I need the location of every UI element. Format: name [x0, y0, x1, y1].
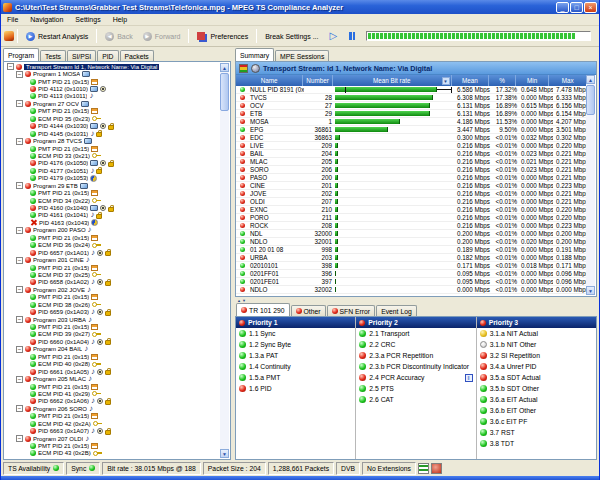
- collapse-icon[interactable]: −: [16, 286, 23, 293]
- tree-pid-item[interactable]: ECM PID 37 (0x25): [5, 271, 220, 278]
- tree-pid-item[interactable]: PID 4176 (0x1050): [5, 160, 220, 167]
- test-item-3-5-a-sdt-actual[interactable]: 3.5.a SDT Actual: [477, 372, 596, 383]
- test-item-1-2-sync-byte[interactable]: 1.2 Sync Byte: [236, 339, 355, 350]
- tab-other[interactable]: Other: [291, 305, 326, 316]
- scroll-up-icon[interactable]: ▲: [586, 75, 595, 84]
- menu-settings[interactable]: Settings: [69, 14, 106, 26]
- tree-program-item[interactable]: −Program 206 SORO♪: [5, 405, 220, 412]
- tree-pid-item[interactable]: PID 4179 (0x1053): [5, 175, 220, 182]
- pcr-accuracy-note-icon[interactable]: ‖: [465, 374, 473, 382]
- tree-pid-item[interactable]: PMT PID 21 (0x15): [5, 294, 220, 301]
- test-item-2-5-pts[interactable]: 2.5 PTS: [356, 383, 475, 394]
- tree-program-item[interactable]: −Program 204 BAIL♪: [5, 346, 220, 353]
- test-item-3-1-b-nit-other[interactable]: 3.1.b NIT Other: [477, 339, 596, 350]
- collapse-icon[interactable]: −: [16, 376, 23, 383]
- tree-pid-item[interactable]: ECM PID 33 (0x21): [5, 152, 220, 159]
- column-header-min[interactable]: Min: [516, 75, 550, 86]
- green-grid-icon[interactable]: [418, 463, 429, 474]
- column-header-mean[interactable]: Mean: [452, 75, 490, 86]
- test-item-1-6-pid[interactable]: 1.6 PID: [236, 383, 355, 394]
- tree-program-item[interactable]: −Program 200 PASO♪: [5, 227, 220, 234]
- tree-pid-item[interactable]: ECM PID 36 (0x24): [5, 242, 220, 249]
- column-header-mean-bit-rate[interactable]: Mean Bit rate▼: [333, 75, 452, 86]
- tree-pid-item[interactable]: PMT PID 21 (0x15): [5, 413, 220, 420]
- splitter-up-icon[interactable]: ▲: [237, 298, 241, 303]
- collapse-icon[interactable]: −: [16, 405, 23, 412]
- tree-pid-item[interactable]: ECM PID 40 (0x28): [5, 361, 220, 368]
- test-item-1-1-sync[interactable]: 1.1 Sync: [236, 328, 355, 339]
- test-item-3-2-si-repetition[interactable]: 3.2 SI Repetition: [477, 350, 596, 361]
- tree-pid-item[interactable]: PID 4160 (0x1040): [5, 204, 220, 211]
- tree-pid-item[interactable]: PID 6658 (0x1A02)♪: [5, 279, 220, 286]
- test-item-2-1-transport[interactable]: 2.1 Transport: [356, 328, 475, 339]
- test-item-1-3-a-pat[interactable]: 1.3.a PAT: [236, 350, 355, 361]
- tree-pid-item[interactable]: PID 6662 (0x1A06)♪: [5, 398, 220, 405]
- tab-program[interactable]: Program: [3, 48, 39, 61]
- tree-pid-item[interactable]: ECM PID 35 (0x23): [5, 115, 220, 122]
- tab-event-log[interactable]: Event Log: [376, 305, 417, 316]
- test-item-2-3-a-pcr-repetition[interactable]: 2.3.a PCR Repetition: [356, 350, 475, 361]
- collapse-icon[interactable]: −: [16, 182, 23, 189]
- tree-pid-item[interactable]: PMT PID 21 (0x15): [5, 264, 220, 271]
- tree-pid-item[interactable]: ECM PID 39 (0x27): [5, 331, 220, 338]
- tree-pid-item[interactable]: PID 4163 (0x1043): [5, 219, 220, 226]
- column-header-name[interactable]: Name: [236, 75, 303, 86]
- collapse-icon[interactable]: −: [7, 63, 14, 70]
- tree-program-item[interactable]: −Program 203 URBA♪: [5, 316, 220, 323]
- menu-navigation[interactable]: Navigation: [24, 14, 69, 26]
- column-header-max[interactable]: Max: [549, 75, 587, 86]
- sort-descending-icon[interactable]: ▼: [442, 77, 450, 85]
- tree-pid-item[interactable]: PMT PID 21 (0x15): [5, 108, 220, 115]
- tab-tests[interactable]: Tests: [40, 50, 66, 61]
- test-item-3-5-b-sdt-other[interactable]: 3.5.b SDT Other: [477, 383, 596, 394]
- tab-si-psi[interactable]: SI/PSI: [67, 50, 96, 61]
- tree-pid-item[interactable]: PMT PID 21 (0x15): [5, 189, 220, 196]
- collapse-icon[interactable]: −: [16, 138, 23, 145]
- close-button[interactable]: ×: [584, 2, 597, 13]
- tree-pid-item[interactable]: ECM PID 41 (0x29): [5, 390, 220, 397]
- tree-pid-item[interactable]: PID 4177 (0x1051)♪: [5, 167, 220, 174]
- tab-tr-101-290[interactable]: TR 101 290: [236, 303, 290, 316]
- table-row[interactable]: NDLO320020.000 Mbps<0.01%0.000 Mbps0.000…: [236, 286, 587, 294]
- tree-pid-item[interactable]: PMT PID 21 (0x15): [5, 442, 220, 449]
- tree-root-item[interactable]: −Transport Stream Id 1, Network Name: Vi…: [5, 63, 220, 70]
- test-item-1-5-a-pmt[interactable]: 1.5.a PMT: [236, 372, 355, 383]
- tree-pid-item[interactable]: PMT PID 21 (0x15): [5, 353, 220, 360]
- tree-program-item[interactable]: −Program 205 MLAC♪: [5, 375, 220, 382]
- test-item-3-6-c-eit-pf[interactable]: 3.6.c EIT PF: [477, 416, 596, 427]
- tree-pid-item[interactable]: PID 4161 (0x1041)♪: [5, 212, 220, 219]
- tree-scrollbar[interactable]: ▲ ▼: [220, 63, 229, 458]
- tree-pid-item[interactable]: PID 6661 (0x1A05)♪: [5, 368, 220, 375]
- record-icon[interactable]: [431, 463, 442, 474]
- test-item-3-4-a-unref-pid[interactable]: 3.4.a Unref PID: [477, 361, 596, 372]
- test-item-2-2-crc[interactable]: 2.2 CRC: [356, 339, 475, 350]
- splitter-down-icon[interactable]: ▼: [242, 298, 246, 303]
- tree-pid-item[interactable]: PID 6657 (0x1A01)♪: [5, 249, 220, 256]
- scrollbar-thumb[interactable]: [586, 85, 595, 115]
- tree-pid-item[interactable]: ECM PID 38 (0x26): [5, 301, 220, 308]
- test-item-3-7-rst[interactable]: 3.7 RST: [477, 427, 596, 438]
- tab-pid[interactable]: PID: [97, 50, 118, 61]
- tree-program-item[interactable]: −Program 1 MOSA: [5, 70, 220, 77]
- tree-pid-item[interactable]: PMT PID 21 (0x15): [5, 234, 220, 241]
- test-item-3-8-tdt[interactable]: 3.8 TDT: [477, 438, 596, 449]
- tree-pid-item[interactable]: ECM PID 34 (0x22): [5, 197, 220, 204]
- menu-help[interactable]: Help: [107, 14, 133, 26]
- tab-mpe-sessions[interactable]: MPE Sessions: [275, 50, 329, 61]
- column-header-[interactable]: %: [489, 75, 516, 86]
- tree-pid-item[interactable]: PID 4112 (0x1010): [5, 85, 220, 92]
- test-item-2-3-b-pcr-discontinuity-indicator[interactable]: 2.3.b PCR Discontinuity Indicator: [356, 361, 475, 372]
- tree-pid-item[interactable]: ECM PID 42 (0x2A): [5, 420, 220, 427]
- restart-analysis-button[interactable]: ▶ Restart Analysis: [21, 30, 93, 43]
- scrollbar-thumb[interactable]: [220, 73, 229, 111]
- tree-program-item[interactable]: −Program 27 OCV: [5, 100, 220, 107]
- test-item-3-6-b-eit-other[interactable]: 3.6.b EIT Other: [477, 405, 596, 416]
- test-item-3-6-a-eit-actual[interactable]: 3.6.a EIT Actual: [477, 394, 596, 405]
- tree-program-item[interactable]: −Program 207 OLDI♪: [5, 435, 220, 442]
- tree-program-item[interactable]: −Program 202 JOVE♪: [5, 286, 220, 293]
- collapse-icon[interactable]: −: [16, 346, 23, 353]
- tab-sfn-error[interactable]: SFN Error: [327, 305, 376, 316]
- collapse-icon[interactable]: −: [16, 435, 23, 442]
- play-button[interactable]: ▷: [324, 31, 344, 41]
- collapse-icon[interactable]: −: [16, 71, 23, 78]
